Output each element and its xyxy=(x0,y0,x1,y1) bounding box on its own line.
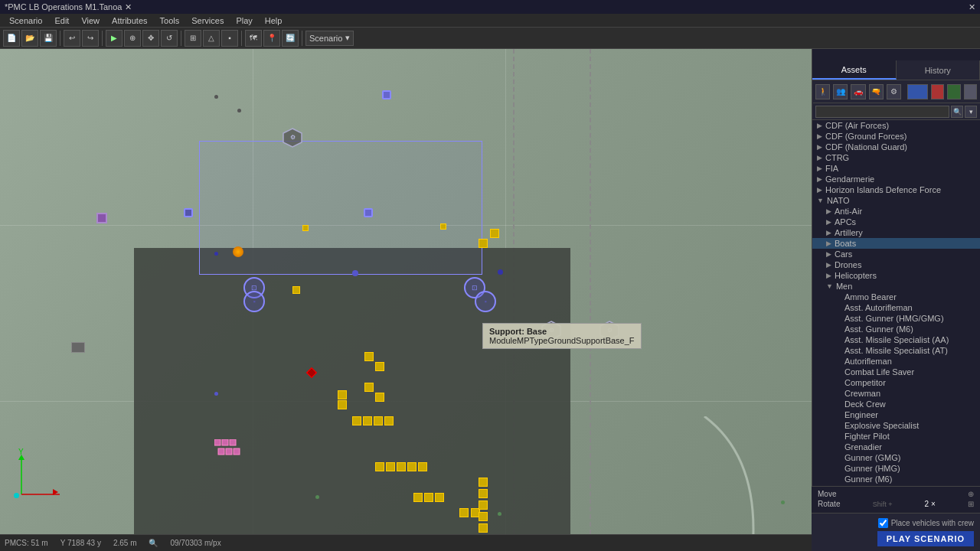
tree-item-12[interactable]: ▶Cars xyxy=(812,249,980,259)
triangle-btn[interactable]: △ xyxy=(203,30,220,47)
tree-item-24[interactable]: Competitor xyxy=(812,377,980,388)
yellow-unit-1[interactable] xyxy=(490,229,499,238)
orange-dot xyxy=(233,246,243,257)
move-icon[interactable]: ⊕ xyxy=(968,490,974,498)
menu-view[interactable]: View xyxy=(75,16,106,25)
tree-item-30[interactable]: Grenadier xyxy=(812,442,980,452)
tree-item-9[interactable]: ▶APCs xyxy=(812,217,980,227)
tab-assets[interactable]: Assets xyxy=(812,60,897,80)
tree-arrow-10: ▶ xyxy=(826,229,831,236)
tree-item-10[interactable]: ▶Artillery xyxy=(812,227,980,238)
tree-item-22[interactable]: Autorifleman xyxy=(812,356,980,367)
select-btn[interactable]: ⊕ xyxy=(124,30,141,47)
tree-item-28[interactable]: Explosive Specialist xyxy=(812,420,980,431)
tree-item-20[interactable]: Asst. Missile Specialist (AA) xyxy=(812,334,980,345)
tree-item-7[interactable]: ▼NATO xyxy=(812,195,980,206)
tree-item-4[interactable]: ▶FIA xyxy=(812,163,980,174)
tree-item-31[interactable]: Gunner (GMG) xyxy=(812,452,980,463)
filter-button[interactable]: ▾ xyxy=(965,106,977,118)
tree-item-25[interactable]: Crewman xyxy=(812,388,980,399)
tree-arrow-13: ▶ xyxy=(826,261,831,269)
titlebar: *PMC LB Operations M1.Tanoa ✕ ✕ xyxy=(0,0,980,14)
tree-item-19[interactable]: Asst. Gunner (M6) xyxy=(812,324,980,334)
color-red[interactable] xyxy=(931,84,944,99)
svg-rect-36 xyxy=(218,448,224,455)
unit-circle-3[interactable]: ▪ xyxy=(243,291,265,312)
tree-item-15[interactable]: ▼Men xyxy=(812,281,980,292)
dot-green-2 xyxy=(498,512,501,516)
close-button[interactable]: ✕ xyxy=(969,2,975,12)
scenario-dropdown[interactable]: Scenario ▾ xyxy=(305,31,354,46)
icon-vehicle[interactable]: 🚗 xyxy=(851,84,865,99)
unit-circle-4[interactable]: ▪ xyxy=(475,291,496,312)
menu-services[interactable]: Services xyxy=(185,16,230,25)
play-scenario-button[interactable]: PLAY SCENARIO xyxy=(877,531,974,546)
tree-item-13[interactable]: ▶Drones xyxy=(812,259,980,270)
square-btn[interactable]: ▪ xyxy=(221,30,238,47)
unit-marker-top[interactable] xyxy=(382,90,391,99)
gray-unit-left[interactable] xyxy=(71,342,85,353)
redo-btn[interactable]: ↪ xyxy=(82,30,99,47)
icon-group[interactable]: 👥 xyxy=(833,84,848,99)
menu-help[interactable]: Help xyxy=(259,16,289,25)
tree-label-15: Men xyxy=(836,282,852,291)
tree-item-33[interactable]: Gunner (M6) xyxy=(812,474,980,484)
dot-2 xyxy=(237,109,241,112)
undo-btn[interactable]: ↩ xyxy=(64,30,80,47)
color-green[interactable] xyxy=(947,84,960,99)
tree-item-21[interactable]: Asst. Missile Specialist (AT) xyxy=(812,345,980,356)
grid-btn[interactable]: ⊞ xyxy=(185,30,201,47)
save-btn[interactable]: 💾 xyxy=(40,30,57,47)
hex-unit-commander[interactable]: ⚙ xyxy=(282,127,303,150)
color-gray[interactable] xyxy=(964,84,977,99)
menu-tools[interactable]: Tools xyxy=(154,16,186,25)
search-button[interactable]: 🔍 xyxy=(951,106,963,118)
tree-item-2[interactable]: ▶CDF (National Guard) xyxy=(812,142,980,152)
unit-marker-left[interactable] xyxy=(184,208,193,217)
tree-item-17[interactable]: Asst. Autorifleman xyxy=(812,302,980,313)
tree-item-5[interactable]: ▶Gendarmerie xyxy=(812,174,980,184)
tree-item-8[interactable]: ▶Anti-Air xyxy=(812,206,980,217)
tree-item-14[interactable]: ▶Helicopters xyxy=(812,270,980,281)
tree-item-27[interactable]: Engineer xyxy=(812,409,980,420)
search-input[interactable] xyxy=(815,106,949,118)
rotate-tool-btn[interactable]: ↺ xyxy=(161,30,178,47)
menu-attributes[interactable]: Attributes xyxy=(106,16,153,25)
move-btn[interactable]: ✥ xyxy=(142,30,159,47)
purple-unit[interactable] xyxy=(96,213,107,223)
tree-item-1[interactable]: ▶CDF (Ground Forces) xyxy=(812,131,980,142)
menu-play[interactable]: Play xyxy=(230,16,258,25)
tree-item-26[interactable]: Deck Crew xyxy=(812,399,980,409)
play-btn[interactable]: ▶ xyxy=(106,30,122,47)
status-scale: 2.65 m xyxy=(113,539,137,547)
tree-item-0[interactable]: ▶CDF (Air Forces) xyxy=(812,120,980,131)
tree-item-11[interactable]: ▶Boats xyxy=(812,238,980,249)
new-btn[interactable]: 📄 xyxy=(3,30,20,47)
icon-weapon[interactable]: 🔫 xyxy=(869,84,884,99)
scroll-icon[interactable]: ⊞ xyxy=(968,500,974,508)
menu-scenario[interactable]: Scenario xyxy=(3,16,48,25)
tree-label-12: Cars xyxy=(835,249,852,259)
tab-history[interactable]: History xyxy=(897,60,981,80)
unit-marker-mid[interactable] xyxy=(364,208,373,217)
tree-item-23[interactable]: Combat Life Saver xyxy=(812,367,980,377)
open-btn[interactable]: 📂 xyxy=(21,30,38,47)
tree-item-6[interactable]: ▶Horizon Islands Defence Force xyxy=(812,184,980,195)
tree-item-16[interactable]: Ammo Bearer xyxy=(812,292,980,302)
tree-item-18[interactable]: Asst. Gunner (HMG/GMG) xyxy=(812,313,980,324)
color-blue[interactable] xyxy=(907,84,928,99)
icon-infantry[interactable]: 🚶 xyxy=(815,84,830,99)
tree-arrow-15: ▼ xyxy=(826,282,833,290)
yellow-unit-2[interactable] xyxy=(479,239,488,248)
tree-item-29[interactable]: Fighter Pilot xyxy=(812,431,980,442)
place-vehicles-checkbox[interactable] xyxy=(878,518,888,528)
terrain-btn[interactable]: 🗺 xyxy=(245,30,262,47)
viewport[interactable]: 072 ⚙ ⚙ ⚙ ⊡ ⊡ ▪ ▪ xyxy=(0,49,812,534)
sync-btn[interactable]: 🔄 xyxy=(282,30,299,47)
menu-edit[interactable]: Edit xyxy=(48,16,75,25)
tree-item-3[interactable]: ▶CTRG xyxy=(812,152,980,163)
icon-gear[interactable]: ⚙ xyxy=(887,84,901,99)
yellow-unit-3[interactable] xyxy=(292,286,300,294)
tree-item-32[interactable]: Gunner (HMG) xyxy=(812,463,980,474)
marker-btn[interactable]: 📍 xyxy=(263,30,280,47)
